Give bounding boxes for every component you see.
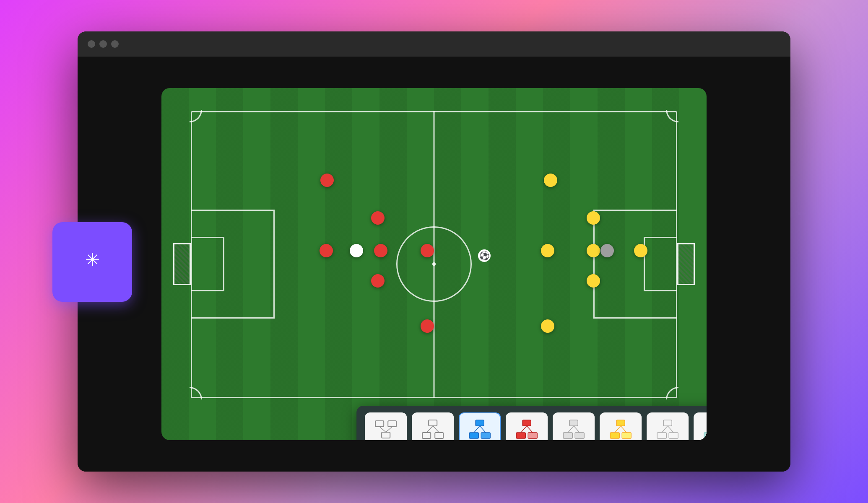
player-y3[interactable] bbox=[541, 244, 554, 257]
player-r5[interactable] bbox=[421, 244, 434, 257]
player-y2[interactable] bbox=[587, 211, 600, 225]
svg-rect-30 bbox=[663, 420, 672, 426]
svg-rect-32 bbox=[669, 433, 678, 438]
soccer-ball: ⚽ bbox=[478, 249, 491, 262]
svg-rect-21 bbox=[563, 433, 572, 438]
svg-rect-5 bbox=[429, 420, 437, 426]
player-g1[interactable] bbox=[600, 244, 614, 257]
one-click-beautify-badge[interactable]: ✳ bbox=[52, 222, 132, 302]
goal-area-left bbox=[191, 237, 224, 291]
svg-rect-10 bbox=[476, 420, 484, 426]
svg-line-23 bbox=[568, 426, 574, 433]
svg-line-33 bbox=[662, 426, 668, 433]
window-controls bbox=[88, 40, 119, 48]
soccer-field: ⚽ bbox=[161, 88, 707, 440]
goal-left bbox=[173, 243, 191, 285]
player-r2[interactable] bbox=[371, 211, 385, 225]
svg-line-24 bbox=[574, 426, 580, 433]
player-r1[interactable] bbox=[320, 174, 334, 187]
player-y1[interactable] bbox=[544, 174, 557, 187]
minimize-button[interactable] bbox=[99, 40, 107, 48]
player-y6[interactable] bbox=[634, 244, 647, 257]
svg-rect-25 bbox=[616, 420, 625, 426]
toolbar-item-t3[interactable] bbox=[459, 412, 501, 440]
svg-line-9 bbox=[433, 426, 439, 433]
svg-line-34 bbox=[668, 426, 673, 433]
toolbar-item-t1[interactable] bbox=[365, 412, 407, 440]
svg-line-19 bbox=[527, 426, 533, 433]
svg-line-13 bbox=[474, 426, 480, 433]
svg-rect-12 bbox=[481, 433, 490, 438]
app-window: ✳ ⚽ bbox=[78, 31, 790, 472]
svg-line-8 bbox=[426, 426, 433, 433]
toolbar-item-t4[interactable] bbox=[506, 412, 548, 440]
toolbar-item-t8[interactable] bbox=[694, 412, 707, 440]
toolbar-item-t2[interactable] bbox=[412, 412, 454, 440]
svg-line-18 bbox=[521, 426, 527, 433]
toolbar-item-t7[interactable] bbox=[647, 412, 689, 440]
close-button[interactable] bbox=[88, 40, 95, 48]
svg-line-4 bbox=[386, 427, 392, 432]
player-y5[interactable] bbox=[587, 274, 600, 288]
goal-right bbox=[677, 243, 695, 285]
svg-rect-11 bbox=[469, 433, 478, 438]
player-y7[interactable] bbox=[541, 319, 554, 333]
svg-line-14 bbox=[480, 426, 486, 433]
badge-sparkle-icon: ✳ bbox=[85, 249, 100, 270]
toolbar bbox=[356, 406, 707, 440]
player-r4[interactable] bbox=[374, 244, 387, 257]
svg-rect-15 bbox=[522, 420, 531, 426]
svg-rect-26 bbox=[610, 433, 619, 438]
svg-rect-22 bbox=[575, 433, 584, 438]
svg-rect-7 bbox=[435, 433, 443, 438]
svg-rect-17 bbox=[528, 433, 537, 438]
svg-rect-36 bbox=[704, 433, 707, 438]
player-w1[interactable] bbox=[350, 244, 363, 257]
svg-rect-16 bbox=[516, 433, 525, 438]
svg-rect-2 bbox=[382, 432, 390, 438]
svg-rect-0 bbox=[375, 421, 384, 427]
svg-rect-20 bbox=[569, 420, 578, 426]
toolbar-item-t6[interactable] bbox=[600, 412, 642, 440]
svg-rect-27 bbox=[622, 433, 631, 438]
goal-area-right bbox=[644, 237, 677, 291]
app-content: ✳ ⚽ bbox=[78, 57, 790, 472]
player-r7[interactable] bbox=[421, 319, 434, 333]
svg-line-28 bbox=[615, 426, 621, 433]
toolbar-item-t5[interactable] bbox=[553, 412, 595, 440]
maximize-button[interactable] bbox=[111, 40, 119, 48]
svg-line-3 bbox=[379, 427, 386, 432]
svg-rect-1 bbox=[388, 421, 396, 427]
center-dot bbox=[432, 262, 436, 266]
svg-rect-6 bbox=[422, 433, 431, 438]
player-y4[interactable] bbox=[587, 244, 600, 257]
svg-rect-31 bbox=[657, 433, 666, 438]
player-r6[interactable] bbox=[371, 274, 385, 288]
svg-line-29 bbox=[621, 426, 626, 433]
title-bar bbox=[78, 31, 790, 57]
player-r3[interactable] bbox=[320, 244, 333, 257]
